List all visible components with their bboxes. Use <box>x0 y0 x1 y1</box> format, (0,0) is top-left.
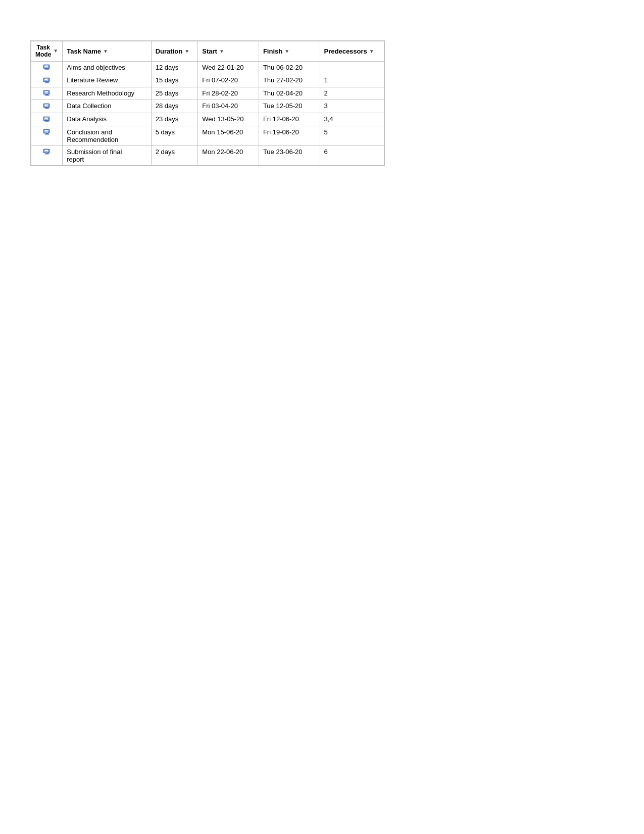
finish-cell: Thu 27-02-20 <box>259 74 320 87</box>
task-name-cell: Aims and objectives <box>63 61 151 74</box>
predecessors-cell: 6 <box>320 145 384 165</box>
svg-rect-7 <box>45 82 48 83</box>
duration-cell: 25 days <box>151 87 198 100</box>
svg-rect-32 <box>45 153 48 154</box>
svg-rect-3 <box>44 70 49 70</box>
task-mode-cell <box>31 145 63 165</box>
duration-cell: 5 days <box>151 126 198 145</box>
table-row: Data Analysis23 daysWed 13-05-20Fri 12-0… <box>31 113 384 126</box>
task-mode-cell <box>31 113 63 126</box>
svg-rect-33 <box>44 154 49 155</box>
start-cell: Fri 07-02-20 <box>198 74 259 87</box>
start-cell: Fri 28-02-20 <box>198 87 259 100</box>
col-header-finish[interactable]: Finish ▼ <box>259 41 320 62</box>
finish-cell: Tue 12-05-20 <box>259 100 320 113</box>
task-name-cell: Conclusion andRecommendetion <box>63 126 151 145</box>
svg-rect-2 <box>45 69 48 70</box>
svg-rect-28 <box>44 134 49 135</box>
duration-cell: 28 days <box>151 100 198 113</box>
start-cell: Wed 13-05-20 <box>198 113 259 126</box>
table-header-row: TaskMode ▼ Task Name ▼ Duration ▼ <box>31 41 384 62</box>
svg-rect-17 <box>45 108 48 109</box>
svg-rect-22 <box>45 121 48 122</box>
task-name-dropdown-icon[interactable]: ▼ <box>103 48 108 54</box>
finish-header-label: Finish <box>263 47 282 55</box>
svg-rect-12 <box>45 94 48 95</box>
task-name-cell: Data Collection <box>63 100 151 113</box>
finish-cell: Fri 12-06-20 <box>259 113 320 126</box>
table-row: Submission of finalreport2 daysMon 22-06… <box>31 145 384 165</box>
predecessors-cell: 5 <box>320 126 384 145</box>
task-mode-cell <box>31 74 63 87</box>
svg-rect-23 <box>44 121 49 122</box>
table-row: Literature Review15 daysFri 07-02-20Thu … <box>31 74 384 87</box>
svg-rect-13 <box>44 95 49 96</box>
finish-cell: Tue 23-06-20 <box>259 145 320 165</box>
duration-cell: 12 days <box>151 61 198 74</box>
start-header-label: Start <box>202 47 217 55</box>
task-name-cell: Data Analysis <box>63 113 151 126</box>
table-body: Aims and objectives12 daysWed 22-01-20Th… <box>31 61 384 165</box>
start-cell: Mon 15-06-20 <box>198 126 259 145</box>
svg-rect-8 <box>44 82 49 83</box>
duration-cell: 15 days <box>151 74 198 87</box>
table-row: Data Collection28 daysFri 03-04-20Tue 12… <box>31 100 384 113</box>
task-mode-cell <box>31 100 63 113</box>
predecessors-cell: 3 <box>320 100 384 113</box>
predecessors-header-label: Predecessors <box>324 47 367 55</box>
task-name-header-label: Task Name <box>67 47 101 55</box>
col-header-task-name[interactable]: Task Name ▼ <box>63 41 151 62</box>
task-mode-cell <box>31 126 63 145</box>
table-row: Research Methodology25 daysFri 28-02-20T… <box>31 87 384 100</box>
task-mode-header-label: TaskMode <box>35 44 51 59</box>
gantt-table: TaskMode ▼ Task Name ▼ Duration ▼ <box>31 41 384 166</box>
duration-cell: 2 days <box>151 145 198 165</box>
col-header-task-mode[interactable]: TaskMode ▼ <box>31 41 63 62</box>
start-cell: Fri 03-04-20 <box>198 100 259 113</box>
finish-cell: Thu 06-02-20 <box>259 61 320 74</box>
duration-header-label: Duration <box>156 47 182 55</box>
col-header-duration[interactable]: Duration ▼ <box>151 41 198 62</box>
task-name-cell: Submission of finalreport <box>63 145 151 165</box>
task-mode-cell <box>31 87 63 100</box>
duration-dropdown-icon[interactable]: ▼ <box>184 48 189 54</box>
table-row: Aims and objectives12 daysWed 22-01-20Th… <box>31 61 384 74</box>
duration-cell: 23 days <box>151 113 198 126</box>
task-mode-dropdown-icon[interactable]: ▼ <box>53 48 58 54</box>
predecessors-cell <box>320 61 384 74</box>
task-name-cell: Literature Review <box>63 74 151 87</box>
predecessors-cell: 1 <box>320 74 384 87</box>
finish-dropdown-icon[interactable]: ▼ <box>284 48 289 54</box>
finish-cell: Thu 02-04-20 <box>259 87 320 100</box>
predecessors-cell: 3,4 <box>320 113 384 126</box>
svg-rect-18 <box>44 109 49 109</box>
col-header-start[interactable]: Start ▼ <box>198 41 259 62</box>
table-row: Conclusion andRecommendetion5 daysMon 15… <box>31 126 384 145</box>
col-header-predecessors[interactable]: Predecessors ▼ <box>320 41 384 62</box>
svg-rect-27 <box>45 133 48 134</box>
finish-cell: Fri 19-06-20 <box>259 126 320 145</box>
start-cell: Wed 22-01-20 <box>198 61 259 74</box>
predecessors-cell: 2 <box>320 87 384 100</box>
predecessors-dropdown-icon[interactable]: ▼ <box>369 48 374 54</box>
start-dropdown-icon[interactable]: ▼ <box>219 48 224 54</box>
task-name-cell: Research Methodology <box>63 87 151 100</box>
task-mode-cell <box>31 61 63 74</box>
start-cell: Mon 22-06-20 <box>198 145 259 165</box>
gantt-table-wrapper: TaskMode ▼ Task Name ▼ Duration ▼ <box>30 40 385 166</box>
